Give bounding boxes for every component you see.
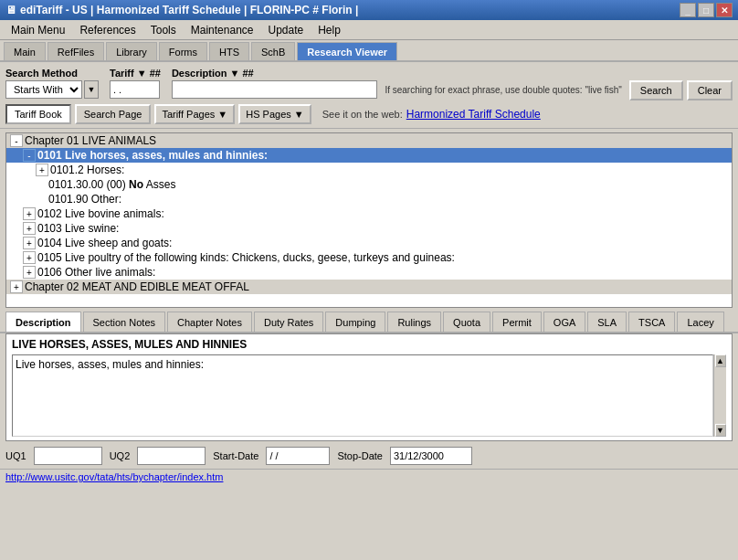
tab-rulings[interactable]: Rulings	[387, 312, 441, 332]
tab-chapter-notes[interactable]: Chapter Notes	[167, 312, 252, 332]
toolbar-tabs: Main RefFiles Library Forms HTS SchB Res…	[0, 40, 738, 62]
search-page-button[interactable]: Search Page	[75, 104, 152, 124]
uq1-input[interactable]	[34, 447, 102, 465]
tree-toggle-0103[interactable]: +	[23, 222, 36, 235]
tree-item-0106[interactable]: + 0106 Other live animals:	[6, 265, 732, 280]
content-title: LIVE HORSES, ASSES, MULES AND HINNIES	[12, 338, 726, 351]
tree-label-0102: 0102 Live bovine animals:	[37, 207, 164, 220]
tree-label-ch02: Chapter 02 MEAT AND EDIBLE MEAT OFFAL	[25, 280, 249, 293]
tree-container: - Chapter 01 LIVE ANIMALS - 0101 Live ho…	[5, 132, 733, 308]
tab-reffiles[interactable]: RefFiles	[47, 42, 104, 60]
tab-oga[interactable]: OGA	[543, 312, 585, 332]
tab-research-viewer[interactable]: Research Viewer	[297, 42, 397, 60]
tree-toggle-0106[interactable]: +	[23, 266, 36, 279]
content-area: LIVE HORSES, ASSES, MULES AND HINNIES Li…	[5, 333, 733, 441]
clear-button[interactable]: Clear	[687, 80, 733, 100]
window-title: ediTariff - US | Harmonized Tariff Sched…	[20, 4, 358, 16]
tree-toggle-0102[interactable]: +	[23, 207, 36, 220]
start-date-input[interactable]	[266, 447, 330, 465]
tab-duty-rates[interactable]: Duty Rates	[254, 312, 323, 332]
bottom-tabs: Description Section Notes Chapter Notes …	[0, 312, 738, 333]
description-label: Description ▼ ##	[172, 68, 622, 79]
search-method-select[interactable]: Starts With Contains Exact	[5, 80, 82, 99]
tab-schb[interactable]: SchB	[251, 42, 295, 60]
tree-label-0105: 0105 Live poultry of the following kinds…	[37, 251, 455, 264]
tree-toggle-0105[interactable]: +	[23, 251, 36, 264]
tree-label-01012: 0101.2 Horses:	[50, 164, 124, 176]
stop-date-input[interactable]	[390, 447, 472, 465]
tree-item-010190[interactable]: 0101.90 Other:	[6, 192, 732, 206]
content-body-scroll[interactable]: Live horses, asses, mules and hinnies:	[12, 354, 713, 437]
start-date-label: Start-Date	[213, 450, 258, 461]
menu-references[interactable]: References	[72, 22, 142, 38]
see-web-label: See it on the web:	[322, 109, 403, 120]
menu-tools[interactable]: Tools	[143, 22, 184, 38]
tree-toggle-0104[interactable]: +	[23, 237, 36, 249]
tab-forms[interactable]: Forms	[159, 42, 207, 60]
close-button[interactable]: ✕	[716, 3, 733, 17]
maximize-button[interactable]: □	[698, 3, 714, 17]
minimize-button[interactable]: _	[680, 3, 696, 17]
tree-label-0103: 0103 Live swine:	[37, 222, 119, 235]
hs-pages-button[interactable]: HS Pages ▼	[238, 104, 311, 124]
search-hint: If searching for exact phrase, use doubl…	[385, 85, 621, 95]
harmonized-tariff-link[interactable]: Harmonized Tariff Schedule	[406, 108, 541, 121]
tab-permit[interactable]: Permit	[492, 312, 542, 332]
menu-update[interactable]: Update	[260, 22, 311, 38]
description-input[interactable]	[172, 80, 377, 99]
app-icon: 🖥	[5, 4, 16, 16]
tree-label-0104: 0104 Live sheep and goats:	[37, 237, 172, 249]
search-button[interactable]: Search	[629, 80, 683, 100]
status-bar: http://www.usitc.gov/tata/hts/bychapter/…	[0, 469, 738, 484]
tab-main[interactable]: Main	[4, 42, 46, 60]
tariff-book-button[interactable]: Tariff Book	[5, 104, 71, 124]
tab-lacey[interactable]: Lacey	[677, 312, 723, 332]
uq2-input[interactable]	[137, 447, 206, 465]
tab-tsca[interactable]: TSCA	[628, 312, 675, 332]
tree-item-ch01[interactable]: - Chapter 01 LIVE ANIMALS	[6, 133, 732, 148]
content-body-text: Live horses, asses, mules and hinnies:	[16, 358, 204, 371]
tree-toggle-0101[interactable]: -	[23, 149, 36, 162]
tariff-pages-button[interactable]: Tariff Pages ▼	[154, 104, 235, 124]
tab-library[interactable]: Library	[106, 42, 157, 60]
title-bar: 🖥 ediTariff - US | Harmonized Tariff Sch…	[0, 0, 738, 20]
tab-description[interactable]: Description	[5, 312, 81, 332]
scroll-up-button[interactable]: ▲	[715, 354, 726, 367]
tree-item-0104[interactable]: + 0104 Live sheep and goats:	[6, 236, 732, 250]
tab-dumping[interactable]: Dumping	[325, 312, 385, 332]
search-method-arrow[interactable]: ▼	[84, 80, 99, 99]
menu-bar: Main Menu References Tools Maintenance U…	[0, 20, 738, 40]
tree-label-010190: 0101.90 Other:	[48, 193, 121, 206]
tab-hts[interactable]: HTS	[209, 42, 249, 60]
tree-label-0101: 0101 Live horses, asses, mules and hinni…	[37, 149, 268, 162]
tab-sla[interactable]: SLA	[587, 312, 627, 332]
tree-item-0105[interactable]: + 0105 Live poultry of the following kin…	[6, 250, 732, 265]
tree-item-0103[interactable]: + 0103 Live swine:	[6, 221, 732, 236]
scroll-down-button[interactable]: ▼	[715, 424, 726, 437]
tree-toggle-01012[interactable]: +	[36, 164, 48, 176]
menu-maintenance[interactable]: Maintenance	[184, 22, 261, 38]
tree-toggle-ch02[interactable]: +	[10, 280, 23, 293]
tree-item-01012[interactable]: + 0101.2 Horses:	[6, 163, 732, 177]
status-url[interactable]: http://www.usitc.gov/tata/hts/bychapter/…	[5, 471, 223, 482]
menu-main[interactable]: Main Menu	[4, 22, 72, 38]
tab-section-notes[interactable]: Section Notes	[83, 312, 165, 332]
menu-help[interactable]: Help	[311, 22, 348, 38]
tree-label-ch01: Chapter 01 LIVE ANIMALS	[25, 134, 156, 147]
tree-scroll[interactable]: - Chapter 01 LIVE ANIMALS - 0101 Live ho…	[5, 132, 733, 308]
tree-item-0102[interactable]: + 0102 Live bovine animals:	[6, 206, 732, 221]
search-area: Search Method Starts With Contains Exact…	[0, 62, 738, 129]
search-method-label: Search Method	[5, 68, 99, 79]
tree-item-010130[interactable]: 0101.30.00 (00) No Asses	[6, 177, 732, 192]
tree-item-0101[interactable]: - 0101 Live horses, asses, mules and hin…	[6, 148, 732, 163]
tree-item-ch02[interactable]: + Chapter 02 MEAT AND EDIBLE MEAT OFFAL	[6, 280, 732, 294]
tree-label-010130: 0101.30.00 (00) No Asses	[48, 178, 175, 191]
uq2-label: UQ2	[110, 450, 131, 461]
uq1-label: UQ1	[5, 450, 26, 461]
tab-quota[interactable]: Quota	[443, 312, 490, 332]
tree-toggle-ch01[interactable]: -	[10, 134, 23, 147]
stop-date-label: Stop-Date	[337, 450, 383, 461]
tariff-label: Tariff ▼ ##	[110, 68, 161, 79]
footer-area: UQ1 UQ2 Start-Date Stop-Date	[0, 443, 738, 469]
tariff-input[interactable]	[110, 80, 160, 99]
